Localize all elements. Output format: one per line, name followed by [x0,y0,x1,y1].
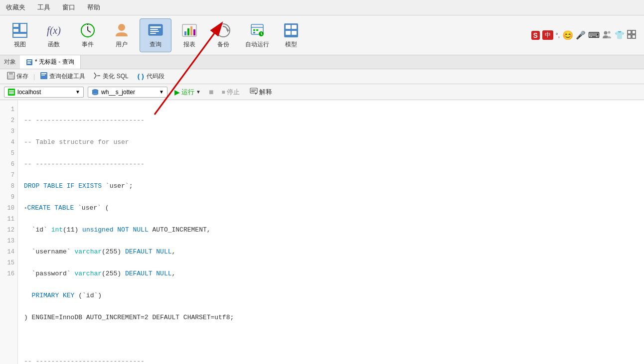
svg-rect-48 [41,73,46,74]
code-line-6: `id` int(11) unsigned NOT NULL AUTO_INCR… [24,225,638,236]
code-line-2: -- Table structure for user [24,137,638,148]
ime-emoji[interactable]: 😊 [562,30,573,41]
beautify-icon [93,72,101,81]
line-numbers: 1 2 3 4 5 6 7 8 9 10 11 12 13 14 15 16 [0,100,18,364]
code-snippet-label: 代码段 [147,72,164,81]
code-line-5: ▪CREATE TABLE `user` ( [24,203,638,214]
svg-rect-24 [256,29,258,31]
ime-punct[interactable]: °, [556,32,560,39]
svg-point-8 [118,24,125,31]
connection-icon [7,88,15,96]
svg-rect-15 [184,31,186,35]
toolbar-function-label: 函数 [48,40,60,49]
query-tab[interactable]: * 无标题 - 查询 [20,55,81,69]
code-line-9: PRIMARY KEY (`id`) [24,290,638,301]
svg-rect-49 [41,75,45,76]
toolbar-function[interactable]: f(x) 函数 [38,18,70,52]
event-icon [79,21,97,39]
run-label: 运行 [181,88,194,97]
explain-icon [250,87,258,97]
object-label: 对象 [0,58,20,66]
main-toolbar: 视图 f(x) 函数 事件 [0,15,644,55]
code-line-12: -- ---------------------------- [24,356,638,364]
toolbar-report[interactable]: 报表 [173,18,205,52]
ime-s-icon[interactable]: S [531,31,540,40]
tab-bar: 对象 * 无标题 - 查询 [0,55,644,69]
menu-window[interactable]: 窗口 [60,2,77,13]
save-icon [7,72,15,81]
ime-shirt[interactable]: 👕 [615,30,625,40]
svg-rect-60 [251,91,255,92]
toolbar-user[interactable]: 用户 [106,18,138,52]
explain-label: 解释 [259,88,272,97]
toolbar-view[interactable]: 视图 [4,18,36,52]
ime-users[interactable] [602,29,612,41]
separator: ■ [209,88,214,97]
ime-area: S 中 °, 😊 🎤 ⌨ 👕 [531,29,640,41]
code-snippet-button[interactable]: () 代码段 [134,71,167,82]
toolbar-query[interactable]: 查询 [140,18,171,52]
menu-tools[interactable]: 工具 [35,2,52,13]
run-button[interactable]: ▶ 运行 ▼ [171,87,204,98]
svg-rect-0 [13,23,19,27]
function-icon: f(x) [45,21,63,39]
schedule-icon [248,21,266,39]
explain-button[interactable]: 解释 [247,86,275,98]
save-label: 保存 [16,72,28,81]
svg-rect-10 [150,26,161,28]
svg-rect-59 [251,90,256,91]
menu-bar: 收藏夹 工具 窗口 帮助 [0,0,644,15]
svg-rect-30 [286,25,291,29]
svg-rect-3 [13,33,27,37]
connection-label: localhost [17,89,73,96]
svg-rect-53 [9,92,14,93]
svg-rect-52 [9,90,14,91]
stop-icon: ■ [222,89,225,96]
svg-rect-46 [8,76,13,79]
query-bar: localhost ▼ wh__s_jotter ▼ ▶ 运行 ▼ ■ ■ 停止 [0,84,644,100]
toolbar-report-label: 报表 [183,40,195,49]
ime-mic[interactable]: 🎤 [576,30,586,40]
toolbar-schedule[interactable]: 自动运行 [241,18,273,52]
stop-button[interactable]: ■ 停止 [219,87,243,98]
menu-favorites[interactable]: 收藏夹 [4,2,27,13]
stop-label: 停止 [227,88,240,97]
save-button[interactable]: 保存 [4,71,31,82]
svg-rect-36 [628,30,631,34]
code-editor[interactable]: 1 2 3 4 5 6 7 8 9 10 11 12 13 14 15 16 -… [0,100,644,364]
db-dropdown-icon: ▼ [159,89,164,95]
connection-select[interactable]: localhost ▼ [4,87,84,98]
svg-rect-32 [286,31,291,35]
toolbar-model[interactable]: 模型 [275,18,307,52]
svg-rect-39 [632,35,636,38]
svg-rect-23 [253,29,255,31]
menu-help[interactable]: 帮助 [85,2,102,13]
toolbar-view-label: 视图 [14,40,26,49]
svg-rect-43 [27,63,31,64]
ime-grid[interactable] [627,30,636,40]
svg-rect-38 [628,35,631,38]
code-line-7: `username` varchar(255) DEFAULT NULL, [24,246,638,257]
code-line-11 [24,334,638,345]
svg-marker-20 [227,28,229,32]
database-label: wh__s_jotter [101,89,157,96]
svg-rect-2 [20,23,27,32]
toolbar-query-label: 查询 [150,40,161,49]
code-content[interactable]: -- ---------------------------- -- Table… [18,100,644,364]
code-line-1: -- ---------------------------- [24,115,638,126]
toolbar-event[interactable]: 事件 [72,18,104,52]
svg-rect-45 [9,72,13,75]
svg-rect-33 [292,31,297,35]
ime-chinese[interactable]: 中 [542,30,553,40]
query-builder-button[interactable]: 查询创建工具 [37,71,88,82]
toolbar-backup[interactable]: 备份 [207,18,239,52]
svg-rect-37 [632,30,636,34]
report-icon [180,21,198,39]
connection-dropdown-icon: ▼ [75,89,80,95]
svg-point-35 [608,31,611,34]
svg-point-34 [604,31,608,35]
backup-icon [214,21,232,39]
beautify-sql-button[interactable]: 美化 SQL [90,71,131,82]
database-select[interactable]: wh__s_jotter ▼ [88,87,167,98]
ime-keyboard[interactable]: ⌨ [588,30,600,40]
